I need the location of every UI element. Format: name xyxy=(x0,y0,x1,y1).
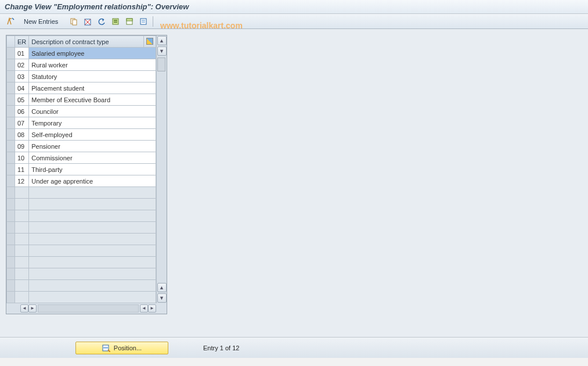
select-all-header[interactable] xyxy=(7,36,15,48)
er-cell[interactable]: 10 xyxy=(15,152,29,164)
separator xyxy=(153,16,153,27)
desc-cell[interactable]: Self-employed xyxy=(29,129,156,141)
entry-counter: Entry 1 of 12 xyxy=(203,345,239,351)
row-selector[interactable] xyxy=(7,48,15,59)
row-selector[interactable] xyxy=(7,245,15,257)
row-selector[interactable] xyxy=(7,257,15,268)
deselect-all-icon[interactable] xyxy=(138,16,149,27)
desc-cell[interactable]: Commissioner xyxy=(29,152,156,164)
scroll-right2-icon[interactable]: ► xyxy=(148,304,156,313)
table-row-empty xyxy=(7,222,156,234)
row-selector[interactable] xyxy=(7,71,15,82)
table-row[interactable]: 05Member of Executive Board xyxy=(7,94,156,106)
table-row[interactable]: 04Placement student xyxy=(7,82,156,94)
table-row[interactable]: 10Commissioner xyxy=(7,152,156,164)
scroll-up-icon[interactable]: ▲ xyxy=(157,36,167,45)
er-cell[interactable]: 11 xyxy=(15,164,29,175)
desc-cell xyxy=(29,268,156,280)
table-row[interactable]: 07Temporary xyxy=(7,117,156,129)
select-all-icon[interactable] xyxy=(110,16,121,27)
row-selector[interactable] xyxy=(7,292,15,303)
footer-bar: Position... Entry 1 of 12 xyxy=(0,337,588,358)
table-row[interactable]: 02Rural worker xyxy=(7,59,156,71)
desc-cell xyxy=(29,199,156,210)
row-selector[interactable] xyxy=(7,234,15,245)
scroll-left-icon[interactable]: ◄ xyxy=(20,304,28,313)
desc-cell xyxy=(29,257,156,268)
desc-cell[interactable]: Councilor xyxy=(29,106,156,117)
row-selector[interactable] xyxy=(7,59,15,71)
row-selector[interactable] xyxy=(7,280,15,292)
er-cell[interactable]: 06 xyxy=(15,106,29,117)
row-selector[interactable] xyxy=(7,268,15,280)
desc-cell xyxy=(29,280,156,292)
er-cell xyxy=(15,210,29,222)
desc-cell[interactable]: Member of Executive Board xyxy=(29,94,156,106)
row-selector[interactable] xyxy=(7,210,15,222)
row-selector[interactable] xyxy=(7,141,15,152)
delete-icon[interactable] xyxy=(82,16,93,27)
table-settings-header[interactable] xyxy=(144,36,156,48)
row-selector[interactable] xyxy=(7,106,15,117)
select-block-icon[interactable] xyxy=(124,16,135,27)
row-selector[interactable] xyxy=(7,199,15,210)
er-cell[interactable]: 07 xyxy=(15,117,29,129)
desc-cell[interactable]: Under age apprentice xyxy=(29,175,156,187)
horizontal-scrollbar[interactable]: ◄ ► ◄ ► xyxy=(6,303,167,314)
table-row[interactable]: 06Councilor xyxy=(7,106,156,117)
row-selector[interactable] xyxy=(7,187,15,199)
hscroll-track[interactable] xyxy=(38,304,139,313)
row-selector[interactable] xyxy=(7,94,15,106)
er-cell[interactable]: 09 xyxy=(15,141,29,152)
er-cell[interactable]: 03 xyxy=(15,71,29,82)
er-cell[interactable]: 08 xyxy=(15,129,29,141)
toolbar: New Entries xyxy=(0,14,588,29)
copy-icon[interactable] xyxy=(68,16,80,27)
desc-cell[interactable]: Temporary xyxy=(29,117,156,129)
row-selector[interactable] xyxy=(7,164,15,175)
vertical-scrollbar[interactable]: ▲ ▼ ▲ ▼ xyxy=(156,35,167,303)
new-entries-button[interactable]: New Entries xyxy=(19,16,63,27)
desc-cell[interactable]: Salaried employee xyxy=(29,48,156,59)
table-row[interactable]: 08Self-employed xyxy=(7,129,156,141)
er-header[interactable]: ER xyxy=(15,36,29,48)
desc-cell[interactable]: Rural worker xyxy=(29,59,156,71)
table-row[interactable]: 11Third-party xyxy=(7,164,156,175)
desc-cell[interactable]: Placement student xyxy=(29,82,156,94)
undo-icon[interactable] xyxy=(96,16,107,27)
row-selector[interactable] xyxy=(7,152,15,164)
position-button[interactable]: Position... xyxy=(75,342,168,354)
er-cell xyxy=(15,280,29,292)
svg-rect-6 xyxy=(114,20,117,21)
scroll-down-icon[interactable]: ▼ xyxy=(157,46,167,56)
scroll-up2-icon[interactable]: ▲ xyxy=(157,283,167,292)
desc-cell xyxy=(29,187,156,199)
desc-cell xyxy=(29,210,156,222)
page-title: Change View "Employment relationship": O… xyxy=(5,2,189,11)
table-row[interactable]: 01Salaried employee xyxy=(7,48,156,59)
desc-cell[interactable]: Statutory xyxy=(29,71,156,82)
desc-cell[interactable]: Third-party xyxy=(29,164,156,175)
table-row[interactable]: 03Statutory xyxy=(7,71,156,82)
scroll-track[interactable] xyxy=(157,58,167,281)
er-cell[interactable]: 12 xyxy=(15,175,29,187)
desc-cell[interactable]: Pensioner xyxy=(29,141,156,152)
table-settings-icon xyxy=(146,38,153,45)
desc-header[interactable]: Description of contract type xyxy=(29,36,144,48)
row-selector[interactable] xyxy=(7,175,15,187)
table-row[interactable]: 09Pensioner xyxy=(7,141,156,152)
scroll-down2-icon[interactable]: ▼ xyxy=(157,293,167,303)
table-row[interactable]: 12Under age apprentice xyxy=(7,175,156,187)
er-cell xyxy=(15,187,29,199)
row-selector[interactable] xyxy=(7,222,15,234)
row-selector[interactable] xyxy=(7,117,15,129)
er-cell[interactable]: 04 xyxy=(15,82,29,94)
scroll-left2-icon[interactable]: ◄ xyxy=(140,304,148,313)
row-selector[interactable] xyxy=(7,129,15,141)
er-cell[interactable]: 05 xyxy=(15,94,29,106)
er-cell[interactable]: 01 xyxy=(15,48,29,59)
row-selector[interactable] xyxy=(7,82,15,94)
toggle-icon[interactable] xyxy=(5,16,16,27)
er-cell[interactable]: 02 xyxy=(15,59,29,71)
scroll-right-icon[interactable]: ► xyxy=(28,304,37,313)
